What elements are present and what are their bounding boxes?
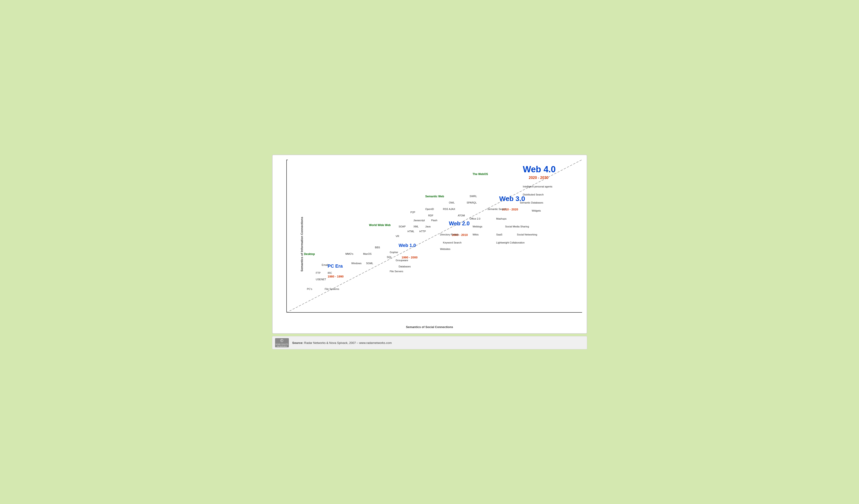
chart-label-file-systems: File Systems: [325, 288, 339, 290]
source-label: Source:: [292, 341, 303, 345]
chart-label-groupware: Groupware: [395, 259, 408, 262]
chart-label-widgets: Widgets: [532, 209, 541, 212]
chart-label-web1-date: 1990 - 2000: [402, 256, 418, 259]
chart-label-mashups: Mashups: [496, 217, 507, 220]
chart-label-mmos: MMO's: [345, 252, 353, 255]
chart-label-sparql: SPARQL: [467, 201, 477, 204]
chart-label-irc: IRC: [328, 271, 332, 274]
x-axis: [286, 312, 582, 313]
chart-label-java: Java: [425, 225, 431, 228]
chart-label-sgml: SGML: [366, 262, 373, 265]
chart-label-bbs: BBS: [375, 246, 380, 249]
chart-label-atom: ATOM: [458, 214, 465, 217]
chart-label-sql: SQL: [387, 256, 392, 258]
chart-label-weblogs: Weblogs: [473, 225, 483, 228]
chart-label-macos: MacOS: [363, 252, 372, 255]
chart-label-usenet: USENET: [316, 278, 326, 281]
chart-label-ajax: AJAX: [449, 208, 455, 210]
chart-label-desktop: Desktop: [304, 252, 315, 256]
chart-label-lightweight-collab: Lightweight Collaboration: [496, 241, 525, 244]
chart-label-owl: OWL: [449, 201, 455, 204]
source-text: Radar Networks & Nova Spivack, 2007 – ww…: [304, 341, 392, 345]
chart-label-social-media: Social Media Sharing: [505, 225, 529, 228]
chart-label-rdf: RDF: [428, 214, 434, 217]
x-axis-label: Semantics of Social Connections: [406, 325, 453, 329]
chart-label-windows: Windows: [351, 262, 362, 265]
chart-label-pcera: PC Era: [328, 264, 343, 269]
chart-label-p2p: P2P: [410, 211, 416, 214]
chart-label-pcera-date: 1980 - 1990: [328, 275, 344, 278]
chart-label-web2: Web 2.0: [449, 220, 470, 227]
y-axis-arrow: [286, 160, 288, 160]
chart-label-databases: Databases: [398, 265, 411, 268]
chart-label-http: HTTP: [419, 230, 426, 233]
chart-label-vr: VR: [395, 235, 399, 238]
chart-label-openid: OpenID: [425, 208, 434, 210]
footer-text: Source: Radar Networks & Nova Spivack, 2…: [292, 341, 392, 345]
chart-label-keyword-search: Keyword Search: [443, 241, 462, 244]
chart-label-html: HTML: [408, 230, 415, 233]
plot-area: Web 4.02020 - 2030Web 3.02010 - 2020Web …: [286, 160, 582, 319]
chart-label-soap: SOAP: [398, 225, 406, 228]
chart-label-javascript: Javascript: [413, 219, 425, 222]
chart-box: Semantics of Information Connections Web…: [272, 155, 587, 334]
footer: © SOME RIGHTS RESERVED Source: Radar Net…: [272, 336, 587, 349]
chart-label-social-networking: Social Networking: [517, 233, 537, 236]
chart-label-office20: Office 2.0: [470, 217, 480, 220]
cc-icon: © SOME RIGHTS RESERVED: [275, 338, 289, 347]
chart-label-web1: Web 1.0: [398, 243, 416, 248]
outer-container: Semantics of Information Connections Web…: [269, 151, 591, 353]
chart-label-intelligent-agents: Intelligent personal agents: [523, 185, 552, 188]
chart-label-swrl: SWRL: [470, 195, 477, 198]
chart-label-file-servers: File Servers: [390, 270, 403, 273]
chart-label-distributed-search: Distributed Search: [523, 193, 544, 196]
chart-label-xml: XML: [413, 225, 419, 228]
chart-label-semantic-search: Semantic Search: [487, 208, 507, 210]
chart-label-ftp: FTP: [316, 271, 321, 274]
y-axis: [286, 160, 287, 313]
chart-label-web4: Web 4.0: [523, 164, 556, 174]
chart-label-websites: Websites: [440, 248, 450, 250]
chart-label-flash: Flash: [431, 219, 437, 222]
chart-label-semantic-web: Semantic Web: [425, 195, 444, 198]
chart-label-wikis: Wikis: [473, 233, 479, 236]
chart-label-pcs: PC's: [307, 288, 312, 290]
chart-label-world-wide-web: World Wide Web: [369, 223, 391, 227]
chart-label-gopher: Gopher: [390, 251, 398, 254]
chart-label-rss: RSS: [443, 208, 448, 210]
chart-label-email: Email: [322, 264, 328, 266]
chart-label-web4-date: 2020 - 2030: [529, 176, 548, 180]
chart-label-thewebos: The WebOS: [473, 173, 488, 176]
chart-label-saas: SaaS: [496, 233, 502, 236]
chart-label-semantic-databases: Semantic Databases: [520, 201, 543, 204]
chart-label-directory-portals: Directory Portals: [440, 233, 458, 236]
